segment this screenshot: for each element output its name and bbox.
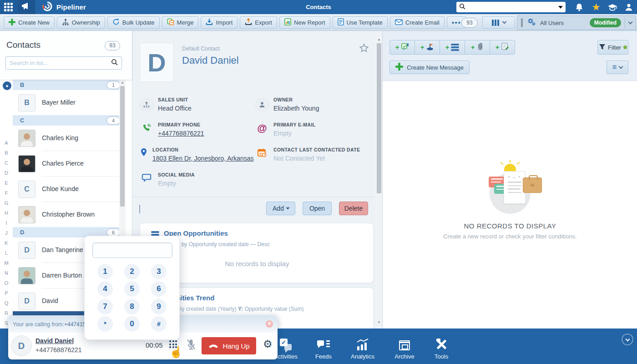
- add-attachment-button[interactable]: +: [465, 40, 490, 55]
- alphabet-letter[interactable]: N: [0, 270, 13, 276]
- global-search-box[interactable]: [456, 2, 566, 12]
- alphabet-letter[interactable]: H: [0, 210, 13, 216]
- create-new-message-button[interactable]: Create New Message: [389, 61, 470, 74]
- alphabet-all-button[interactable]: ◆: [3, 81, 11, 90]
- alphabet-letter[interactable]: B: [0, 150, 13, 156]
- alphabet-letter[interactable]: Q: [0, 300, 13, 306]
- call-settings-gear-icon[interactable]: ⚙: [263, 339, 273, 349]
- dialpad-key-0[interactable]: 0: [124, 316, 140, 332]
- dialpad-key-7[interactable]: 7: [97, 299, 113, 314]
- list-item[interactable]: B Bayer Miller: [13, 90, 126, 115]
- collapse-nav-chevron-button[interactable]: [622, 334, 633, 345]
- paperclip-icon: [476, 42, 484, 52]
- hang-up-button[interactable]: Hang Up: [202, 337, 256, 354]
- close-icon[interactable]: ✕: [266, 320, 273, 328]
- alphabet-letter[interactable]: M: [0, 260, 13, 266]
- import-button[interactable]: Import: [201, 16, 238, 29]
- dialpad-key-6[interactable]: 6: [151, 281, 167, 297]
- list-item[interactable]: Charles King: [13, 126, 126, 151]
- alphabet-letter[interactable]: I: [0, 220, 13, 226]
- open-button[interactable]: Open: [303, 202, 332, 215]
- notifications-bell-button[interactable]: [573, 1, 585, 13]
- export-button[interactable]: Export: [240, 16, 277, 29]
- scroll-down-arrow[interactable]: ▼: [376, 320, 382, 324]
- plus-icon: +: [395, 44, 399, 51]
- nav-item-tools[interactable]: Tools: [422, 335, 460, 360]
- phone-link[interactable]: +447768876221: [158, 130, 204, 137]
- alphabet-letter[interactable]: D: [0, 170, 13, 176]
- dialpad-key-hash[interactable]: #: [151, 316, 167, 332]
- nav-label: Archive: [385, 353, 424, 360]
- profile-person-button[interactable]: [623, 1, 635, 13]
- apps-grid-button[interactable]: [0, 0, 17, 14]
- create-email-button[interactable]: Create Email: [390, 16, 445, 29]
- favorites-star-button[interactable]: ★: [590, 1, 602, 13]
- dialpad-key-1[interactable]: 1: [97, 264, 113, 279]
- merge-button[interactable]: Merge: [162, 16, 199, 29]
- add-target-button[interactable]: +: [415, 40, 440, 55]
- dialpad-key-9[interactable]: 9: [151, 299, 167, 314]
- academy-graduation-cap-button[interactable]: [607, 1, 618, 13]
- dialpad-key-8[interactable]: 8: [124, 299, 140, 314]
- detail-scrollbar[interactable]: ▲ ▼: [375, 31, 382, 329]
- add-list-button[interactable]: +: [440, 40, 465, 55]
- use-template-button[interactable]: Use Template: [333, 16, 388, 29]
- mute-microphone-button[interactable]: [186, 339, 197, 351]
- profile-selector[interactable]: All Users Modified: [517, 15, 636, 30]
- field-primary-phone: PRIMARY PHONE +447768876221: [140, 122, 253, 137]
- filter-button[interactable]: Filter: [597, 40, 628, 55]
- list-scrollbar[interactable]: ▲: [119, 80, 126, 262]
- alphabet-letter[interactable]: E: [0, 180, 13, 186]
- alphabet-letter[interactable]: L: [0, 250, 13, 256]
- scrollbar-thumb[interactable]: [377, 43, 381, 193]
- scroll-up-arrow[interactable]: ▲: [119, 81, 126, 85]
- list-item[interactable]: Christopher Brown: [13, 202, 126, 227]
- scroll-up-arrow[interactable]: ▲: [376, 37, 382, 41]
- alphabet-letter[interactable]: F: [0, 190, 13, 196]
- alphabet-letter[interactable]: C: [0, 160, 13, 166]
- dialpad-input[interactable]: [92, 243, 172, 258]
- favorite-star-button[interactable]: [359, 43, 369, 54]
- delete-button[interactable]: Delete: [339, 202, 368, 215]
- search-scope-caret-icon[interactable]: [558, 6, 563, 9]
- list-search-box[interactable]: [5, 56, 122, 70]
- create-new-button[interactable]: Create New: [4, 16, 55, 29]
- feed-view-menu-button[interactable]: ≡: [607, 61, 628, 74]
- alphabet-letter[interactable]: J: [0, 230, 13, 236]
- alphabet-letter[interactable]: A: [0, 140, 13, 146]
- dialpad-key-star[interactable]: *: [97, 316, 113, 332]
- dialpad-key-2[interactable]: 2: [124, 264, 140, 279]
- alphabet-letter[interactable]: K: [0, 240, 13, 246]
- ownership-button[interactable]: Ownership: [57, 16, 105, 29]
- collapse-chevron-up-icon[interactable]: [138, 205, 145, 209]
- dialpad-key-4[interactable]: 4: [97, 281, 113, 297]
- list-item[interactable]: C Chloe Kunde: [13, 177, 126, 202]
- field-label: LOCATION: [152, 147, 254, 152]
- alphabet-letter[interactable]: O: [0, 280, 13, 286]
- dialpad-key-5[interactable]: 5: [124, 281, 140, 297]
- add-task-button[interactable]: +: [389, 40, 415, 55]
- dialpad-key-3[interactable]: 3: [151, 264, 167, 279]
- new-report-button[interactable]: New Report: [279, 16, 330, 29]
- add-button[interactable]: Add: [266, 202, 295, 215]
- global-search-input[interactable]: [468, 3, 556, 11]
- list-search-input[interactable]: [10, 60, 111, 66]
- list-item[interactable]: Charles Pierce: [13, 151, 126, 176]
- location-link[interactable]: 1803 Ellen Dr, Jonesboro, Arkansas: [152, 155, 254, 162]
- app-logo[interactable]: Pipeliner: [42, 0, 86, 14]
- alphabet-letter[interactable]: G: [0, 200, 13, 206]
- bulk-update-button[interactable]: Bulk Update: [107, 16, 160, 29]
- alphabet-letter[interactable]: P: [0, 290, 13, 296]
- call-contact-name-link[interactable]: David Daniel: [35, 337, 74, 344]
- chevron-down-icon[interactable]: [628, 20, 633, 24]
- nav-item-feeds[interactable]: Feeds: [304, 335, 343, 360]
- view-columns-button[interactable]: [482, 16, 515, 29]
- add-note-button[interactable]: +: [490, 40, 515, 55]
- analytics-icon: [356, 339, 369, 350]
- scrollbar-thumb[interactable]: [120, 86, 125, 207]
- field-primary-email: @ PRIMARY E-MAIL Empty: [255, 122, 369, 137]
- nav-item-archive[interactable]: Archive: [385, 335, 424, 360]
- nav-item-analytics[interactable]: Analytics: [344, 335, 382, 360]
- announcements-button[interactable]: [18, 0, 35, 14]
- drag-handle[interactable]: [521, 18, 523, 27]
